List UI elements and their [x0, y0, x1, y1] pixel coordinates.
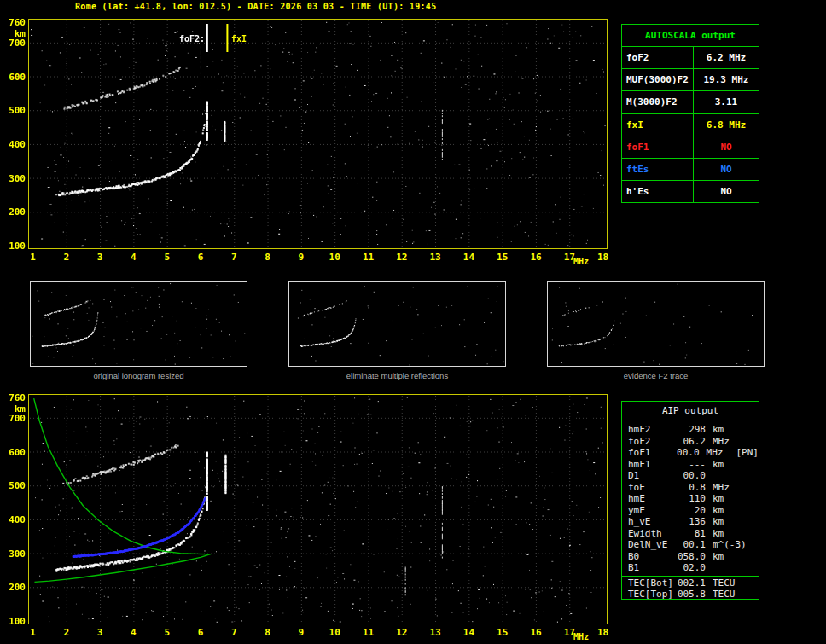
x-tick-label-8: 8: [265, 627, 270, 638]
y-tick-label-300: 300: [2, 548, 26, 560]
x-tick-label-5: 5: [164, 252, 170, 263]
aip-table-rows: hmF2298kmfoF206.2MHzfoF100.0MHz[PN]hmF1-…: [622, 421, 759, 574]
x-tick-label-2: 2: [63, 252, 69, 263]
aip-row-value: 06.2: [672, 436, 706, 448]
aip-row-value: ---: [672, 459, 706, 471]
aip-tec-label: TEC[Bot]: [622, 577, 672, 589]
fof2-marker-label: foF2:: [179, 34, 205, 44]
ionogram-plot-bottom: [28, 394, 608, 624]
aip-row-label: h_vE: [622, 516, 672, 528]
autoscala-row-label: ftEs: [622, 159, 694, 180]
aip-tec-unit: TECU: [706, 589, 745, 600]
aip-row-unit: km: [706, 424, 745, 436]
x-tick-label-16: 16: [530, 252, 541, 263]
aip-row-unit: km: [706, 528, 745, 540]
ionogram-bottom-canvas: [29, 395, 607, 624]
x-tick-label-9: 9: [299, 627, 305, 638]
x-tick-label-13: 13: [429, 252, 440, 263]
autoscala-row-fof1: foF1NO: [622, 136, 759, 159]
thumbnail-eliminate-caption: eliminate multiple reflections: [288, 371, 506, 380]
aip-row-label: hmF1: [622, 459, 672, 471]
x-tick-label-7: 7: [231, 627, 237, 638]
ionogram-plot-top: foF2: fxI: [28, 19, 608, 249]
y-axis-unit: km: [2, 28, 26, 39]
autoscala-row-h-es: h'EsNO: [622, 181, 759, 202]
thumbnail-original-caption: original ionogram resized: [30, 371, 247, 380]
aip-row-value: 81: [672, 528, 706, 540]
aip-row-ewidth: Ewidth81km: [622, 528, 759, 540]
aip-row-fof2: foF206.2MHz: [622, 436, 759, 448]
aip-row-label: D1: [622, 470, 672, 482]
aip-row-unit: km: [706, 459, 745, 471]
autoscala-row-value: 6.8 MHz: [694, 114, 759, 136]
aip-row-label: hmF2: [622, 424, 672, 436]
x-tick-label-9: 9: [299, 252, 305, 263]
y-tick-label-500: 500: [2, 480, 26, 491]
aip-row-unit: km: [706, 493, 745, 505]
y-tick-label-600: 600: [2, 447, 26, 458]
aip-row-label: ymE: [622, 505, 672, 517]
x-tick-label-2: 2: [63, 627, 69, 638]
aip-row-label: foE: [622, 482, 672, 494]
aip-row-label: foF2: [622, 436, 672, 448]
aip-table-title: AIP output: [622, 402, 759, 421]
aip-row-b1: B102.0: [622, 562, 759, 574]
autoscala-row-label: h'Es: [622, 181, 694, 202]
aip-row-unit: m^(-3): [706, 539, 745, 551]
aip-row-value: 0.8: [672, 482, 706, 494]
y-tick-label-400: 400: [2, 514, 26, 525]
y-tick-label-500: 500: [2, 105, 26, 116]
x-tick-label-14: 14: [463, 252, 474, 263]
autoscala-row-ftes: ftEsNO: [622, 159, 759, 181]
autoscala-row-label: fxI: [622, 114, 694, 136]
x-tick-label-1: 1: [30, 627, 36, 638]
autoscala-table: AUTOSCALA output foF26.2 MHzMUF(3000)F21…: [621, 24, 759, 203]
y-tick-label-200: 200: [2, 582, 26, 593]
aip-row-label: foF1: [622, 447, 668, 459]
x-tick-label-12: 12: [396, 252, 407, 263]
aip-row-unit: [706, 562, 745, 574]
autoscala-row-label: M(3000)F2: [622, 91, 694, 113]
aip-row-label: DelN_vE: [622, 539, 672, 551]
autoscala-row-value: 19.3 MHz: [694, 69, 759, 90]
x-tick-label-4: 4: [131, 627, 137, 638]
autoscala-row-fof2: foF26.2 MHz: [622, 47, 759, 69]
aip-row-foe: foE0.8MHz: [622, 482, 759, 494]
aip-row-value: 02.0: [672, 562, 706, 574]
x-tick-label-4: 4: [131, 252, 137, 263]
y-tick-label-200: 200: [2, 206, 26, 218]
thumbnail-eliminate-canvas: [288, 281, 506, 367]
aip-row-value: 00.0: [672, 470, 706, 482]
autoscala-row-label: MUF(3000)F2: [622, 69, 694, 90]
autoscala-row-fxi: fxI6.8 MHz: [622, 114, 759, 136]
aip-row-unit: MHz: [706, 482, 745, 494]
x-tick-label-16: 16: [530, 627, 541, 638]
aip-row-value: 136: [672, 516, 706, 528]
aip-row-h-ve: h_vE136km: [622, 516, 759, 528]
thumbnail-eliminate-reflections: eliminate multiple reflections: [288, 281, 506, 384]
aip-row-yme: ymE20km: [622, 505, 759, 517]
y-tick-label-400: 400: [2, 139, 26, 150]
aip-row-label: hmE: [622, 493, 672, 505]
aip-tec-label: TEC[Top]: [622, 589, 672, 600]
aip-row-value: 00.0: [668, 447, 700, 459]
x-tick-label-11: 11: [363, 252, 374, 263]
x-tick-label-3: 3: [97, 252, 103, 263]
fxi-marker-label: fxI: [231, 34, 247, 44]
x-tick-label-8: 8: [265, 252, 270, 263]
aip-row-value: 058.0: [672, 551, 706, 563]
autoscala-table-title: AUTOSCALA output: [622, 25, 759, 47]
thumbnail-evidence-f2: evidence F2 trace: [547, 281, 765, 384]
y-tick-label-600: 600: [2, 72, 26, 83]
autoscala-output-screen: Rome (lat: +41.8, lon: 012.5) - DATE: 20…: [0, 0, 826, 644]
aip-row-d1: D100.0: [622, 470, 759, 482]
aip-tec-value: 005.8: [672, 589, 706, 600]
x-tick-label-15: 15: [497, 252, 508, 263]
aip-row-unit: MHz: [706, 436, 745, 448]
autoscala-row-label: foF1: [622, 136, 694, 158]
aip-tec-row-tec-top: TEC[Top]005.8TECU: [622, 589, 759, 600]
aip-row-hmf2: hmF2298km: [622, 424, 759, 436]
aip-row-unit: km: [706, 516, 745, 528]
aip-row-extra: [PN]: [736, 447, 759, 459]
thumbnail-original-canvas: [30, 281, 247, 367]
